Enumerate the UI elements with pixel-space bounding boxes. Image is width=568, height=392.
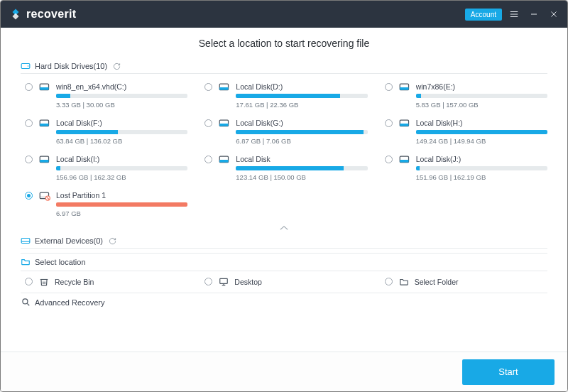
usage-bar (236, 94, 367, 98)
menu-icon[interactable] (509, 9, 519, 19)
location-label: Desktop (234, 278, 262, 286)
drive-radio[interactable] (385, 156, 393, 163)
svg-rect-17 (220, 124, 229, 126)
drive-size: 17.61 GB | 22.36 GB (236, 101, 367, 109)
svg-rect-32 (220, 278, 228, 283)
section-label: External Devices(0) (35, 236, 103, 245)
gear-search-icon (21, 297, 31, 308)
drive-name: Local Disk(D:) (236, 82, 367, 91)
drive-radio[interactable] (25, 192, 33, 200)
page-title: Select a location to start recovering fi… (21, 38, 547, 49)
svg-rect-25 (400, 160, 408, 163)
drive-name: Local Disk(G:) (236, 119, 367, 127)
drive-radio[interactable] (385, 119, 393, 127)
svg-rect-30 (21, 239, 30, 244)
drive-item[interactable]: Local Disk123.14 GB | 150.00 GB (200, 153, 367, 183)
drive-item[interactable]: Lost Partition 16.97 GB (21, 190, 187, 219)
drive-body: win8_en_x64.vhd(C:)3.33 GB | 30.00 GB (56, 82, 187, 109)
usage-bar (236, 166, 367, 170)
drive-item[interactable]: Local Disk(J:)151.96 GB | 162.19 GB (381, 153, 547, 183)
drive-body: Local Disk(H:)149.24 GB | 149.94 GB (416, 119, 547, 145)
drive-radio[interactable] (25, 83, 33, 91)
drive-item[interactable]: Local Disk(I:)156.96 GB | 162.32 GB (21, 153, 187, 183)
drive-item[interactable]: win7x86(E:)5.83 GB | 157.00 GB (381, 81, 547, 110)
svg-point-35 (23, 299, 28, 304)
app-logo: recoverit (9, 8, 76, 21)
window-controls (509, 9, 559, 19)
drive-radio[interactable] (204, 83, 212, 91)
select-location-item[interactable]: Recycle Bin (21, 277, 187, 287)
disk-icon (39, 119, 50, 129)
disk-icon (219, 119, 230, 129)
recycle-bin-icon (39, 277, 49, 287)
logo-text: recoverit (26, 8, 76, 21)
refresh-icon[interactable] (113, 62, 121, 70)
usage-bar (56, 130, 187, 134)
main-content: Select a location to start recovering fi… (1, 28, 567, 352)
drive-item[interactable]: Local Disk(F:)63.84 GB | 136.02 GB (21, 117, 187, 146)
account-button[interactable]: Account (465, 9, 502, 21)
drive-radio[interactable] (25, 156, 33, 163)
usage-bar (56, 94, 187, 98)
drive-radio[interactable] (385, 83, 393, 91)
hard-drive-icon (21, 62, 31, 70)
select-location-item[interactable]: Desktop (200, 277, 367, 287)
location-radio[interactable] (25, 278, 33, 285)
drive-body: Lost Partition 16.97 GB (56, 191, 187, 217)
drive-name: Lost Partition 1 (56, 191, 187, 200)
usage-bar (236, 130, 367, 134)
drive-body: Local Disk(I:)156.96 GB | 162.32 GB (56, 155, 187, 181)
drive-name: Local Disk(J:) (416, 155, 547, 163)
external-device-icon (21, 236, 31, 245)
drive-name: Local Disk (236, 155, 367, 163)
drive-radio[interactable] (204, 119, 212, 127)
drive-name: Local Disk(H:) (416, 119, 547, 127)
start-button[interactable]: Start (462, 359, 555, 385)
drive-body: Local Disk(J:)151.96 GB | 162.19 GB (416, 155, 547, 181)
section-label: Select location (35, 258, 86, 266)
section-advanced-recovery[interactable]: Advanced Recovery (21, 293, 547, 312)
drive-item[interactable]: win8_en_x64.vhd(C:)3.33 GB | 30.00 GB (21, 81, 187, 110)
minimize-icon[interactable] (529, 9, 539, 19)
drive-body: Local Disk123.14 GB | 150.00 GB (236, 155, 367, 181)
usage-bar (56, 202, 187, 207)
drive-body: win7x86(E:)5.83 GB | 157.00 GB (416, 82, 547, 109)
titlebar: recoverit Account (1, 1, 567, 28)
drive-radio[interactable] (25, 119, 33, 127)
footer: Start (1, 352, 567, 391)
drive-item[interactable]: Local Disk(H:)149.24 GB | 149.94 GB (381, 117, 547, 146)
drive-item[interactable]: Local Disk(D:)17.61 GB | 22.36 GB (200, 81, 367, 110)
drive-name: win8_en_x64.vhd(C:) (56, 82, 187, 91)
desktop-icon (219, 277, 229, 287)
close-icon[interactable] (549, 9, 559, 19)
section-hard-disk-drives: Hard Disk Drives(10) (21, 59, 547, 74)
drive-item[interactable]: Local Disk(G:)6.87 GB | 7.06 GB (200, 117, 367, 146)
select-location-item[interactable]: Select Folder (381, 277, 547, 287)
svg-rect-11 (220, 87, 229, 90)
drive-body: Local Disk(D:)17.61 GB | 22.36 GB (236, 82, 367, 109)
drive-radio[interactable] (204, 156, 212, 163)
location-radio[interactable] (385, 278, 393, 285)
drive-size: 3.33 GB | 30.00 GB (56, 101, 187, 109)
app-window: recoverit Account Select a location to s… (0, 0, 568, 392)
select-location-row: Recycle BinDesktopSelect Folder (21, 271, 547, 290)
disk-icon (399, 119, 410, 129)
svg-rect-23 (220, 160, 229, 163)
lost-partition-icon (39, 191, 50, 201)
drive-size: 63.84 GB | 136.02 GB (56, 137, 187, 145)
drive-name: Local Disk(F:) (56, 119, 187, 127)
section-label: Hard Disk Drives(10) (35, 62, 107, 70)
svg-rect-15 (40, 124, 48, 126)
refresh-icon[interactable] (109, 237, 116, 245)
location-radio[interactable] (204, 278, 212, 285)
drive-size: 149.24 GB | 149.94 GB (416, 137, 547, 145)
drive-size: 5.83 GB | 157.00 GB (416, 101, 547, 109)
location-label: Recycle Bin (55, 278, 94, 286)
svg-rect-21 (40, 160, 48, 163)
usage-bar (56, 166, 187, 170)
drive-name: win7x86(E:) (416, 82, 547, 91)
section-external-devices: External Devices(0) (21, 234, 547, 249)
drive-size: 123.14 GB | 150.00 GB (236, 173, 367, 181)
drive-size: 6.97 GB (56, 209, 187, 217)
collapse-caret-icon[interactable] (21, 223, 547, 234)
